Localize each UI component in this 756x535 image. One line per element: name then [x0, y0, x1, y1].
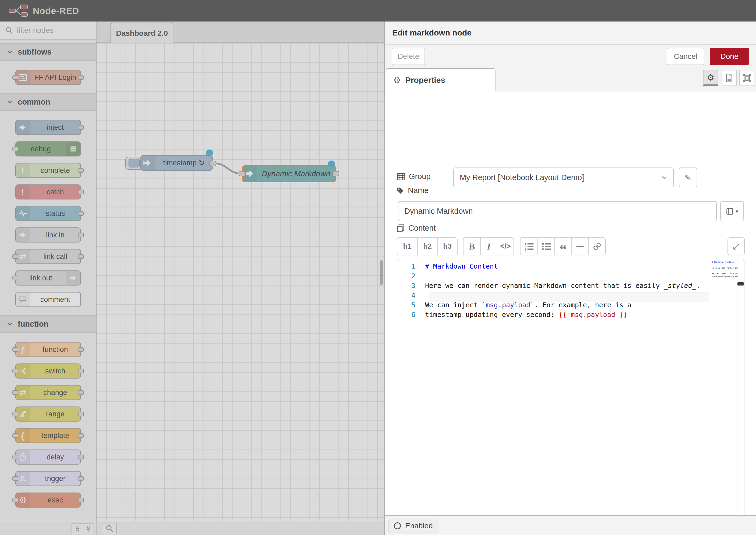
- timestamp-changed-indicator: [206, 150, 213, 156]
- palette-node-delay[interactable]: delay: [15, 449, 81, 465]
- gear-icon: ⚙: [707, 72, 714, 83]
- input-port: [13, 455, 18, 460]
- footer-divider: [96, 521, 97, 535]
- palette-scroll-up-button[interactable]: ≪: [72, 524, 83, 534]
- palette-node-catch[interactable]: !catch: [15, 184, 81, 200]
- flow-canvas[interactable]: timestamp ↻ Dynamic Markdown: [97, 43, 384, 521]
- palette-node-link-in[interactable]: link in: [15, 227, 81, 242]
- palette-node-inject[interactable]: inject: [15, 120, 81, 135]
- palette-section-items-function: ffunctionswitch⇄changerange{templatedela…: [0, 333, 96, 516]
- output-port: [78, 476, 84, 481]
- code-button[interactable]: </>: [497, 238, 514, 255]
- pencil-icon: ✎: [685, 173, 691, 182]
- horizontal-rule-button[interactable]: —: [571, 238, 588, 255]
- markdown-input-port[interactable]: [239, 171, 246, 176]
- output-port: [78, 455, 84, 460]
- palette-node-complete[interactable]: !complete: [15, 163, 81, 178]
- palette-node-exec[interactable]: ⚙exec: [15, 493, 81, 508]
- link-button[interactable]: [588, 238, 605, 255]
- markdown-output-port[interactable]: [332, 171, 339, 176]
- bubble-icon: [16, 293, 30, 306]
- editor-line-3[interactable]: 3Here we can render dynamic Markdown con…: [398, 281, 744, 290]
- output-port: [78, 233, 84, 238]
- unordered-list-button[interactable]: [537, 238, 554, 255]
- group-select[interactable]: My Report [Notebook Layout Demo]: [453, 167, 674, 187]
- palette-node-template[interactable]: {template: [15, 428, 81, 443]
- flow-node-dynamic-markdown[interactable]: Dynamic Markdown: [242, 165, 336, 182]
- palette-section-header-function[interactable]: function: [0, 315, 96, 333]
- palette-node-link-out[interactable]: link out: [15, 270, 81, 286]
- palette-node-link-call[interactable]: ⇄link call: [15, 249, 81, 264]
- editor-line-2[interactable]: 2: [398, 271, 744, 281]
- palette-node-label: complete: [30, 163, 80, 178]
- tab-dashboard-2-0[interactable]: Dashboard 2.0: [110, 23, 173, 43]
- palette-node-comment[interactable]: comment: [15, 292, 81, 307]
- tray-title: Edit markdown node: [392, 28, 472, 37]
- name-input[interactable]: Dynamic Markdown: [398, 201, 717, 221]
- expand-editor-button[interactable]: ⤢: [727, 238, 745, 255]
- description-view-button[interactable]: [722, 70, 737, 86]
- h2-button[interactable]: h2: [417, 238, 437, 255]
- flow-node-timestamp[interactable]: timestamp ↻: [140, 155, 213, 171]
- tag-icon: [397, 187, 404, 194]
- node-palette: filter nodes subflowsFF API Logincommoni…: [0, 21, 97, 521]
- properties-view-button[interactable]: ⚙: [703, 70, 718, 86]
- name-label-options-button[interactable]: ▾: [720, 201, 744, 221]
- palette-node-switch[interactable]: switch: [15, 363, 81, 379]
- node-red-app: Node-RED filter nodes subflowsFF API Log…: [0, 0, 756, 535]
- palette-node-status[interactable]: status: [15, 206, 81, 221]
- palette-node-label: delay: [30, 450, 80, 464]
- palette-node-change[interactable]: ⇄change: [15, 385, 81, 400]
- editor-line-1[interactable]: 1# Markdown Content: [398, 261, 744, 271]
- palette-node-range[interactable]: range: [15, 407, 81, 422]
- palette-node-ff-api-login[interactable]: FF API Login: [15, 70, 81, 85]
- node-enabled-toggle[interactable]: Enabled: [388, 519, 437, 533]
- toolbar-group: BI</>: [463, 238, 514, 255]
- palette-scroll-buttons: ≪ ≪: [71, 523, 94, 534]
- timestamp-output-port[interactable]: [210, 161, 216, 166]
- palette-node-trigger[interactable]: trigger: [15, 471, 81, 486]
- blockquote-button[interactable]: “: [554, 238, 571, 255]
- italic-button[interactable]: I: [480, 238, 497, 255]
- markdown-content-editor[interactable]: 1# Markdown Content23Here we can render …: [398, 259, 744, 535]
- delete-button[interactable]: Delete: [392, 48, 425, 65]
- line-number: 3: [398, 282, 425, 290]
- ordered-list-button[interactable]: 123: [520, 238, 537, 255]
- link-icon: [593, 242, 601, 251]
- cancel-button[interactable]: Cancel: [667, 48, 704, 65]
- tab-properties[interactable]: ⚙ Properties: [386, 68, 495, 91]
- wire-timestamp-to-markdown[interactable]: [97, 43, 384, 521]
- gear-icon: ⚙: [393, 75, 401, 85]
- palette-section-header-subflows[interactable]: subflows: [0, 43, 96, 61]
- appearance-icon: [742, 74, 751, 82]
- h3-button[interactable]: h3: [437, 238, 457, 255]
- editor-line-6[interactable]: 6timestamp updating every second: {{ msg…: [398, 310, 744, 320]
- palette-section-header-common[interactable]: common: [0, 93, 96, 111]
- bold-button[interactable]: B: [463, 238, 480, 255]
- done-button[interactable]: Done: [710, 48, 749, 65]
- palette-scroll-down-button[interactable]: ≪: [83, 524, 94, 534]
- editor-minimap[interactable]: # Markdown ContentHere we can render dyn…: [712, 261, 738, 296]
- canvas-search-button[interactable]: [103, 523, 117, 534]
- palette-filter-input[interactable]: filter nodes: [0, 21, 96, 40]
- palette-node-label: FF API Login: [30, 70, 80, 84]
- editor-line-5[interactable]: 5We can inject `msg.payload`. For exampl…: [398, 300, 744, 310]
- palette-node-debug[interactable]: debug: [15, 141, 81, 156]
- palette-node-label: comment: [30, 293, 80, 306]
- h1-button[interactable]: h1: [397, 238, 417, 255]
- name-label: Name: [397, 186, 429, 195]
- editor-lines: 1# Markdown Content23Here we can render …: [398, 259, 744, 320]
- node-label-dynamic-markdown: Dynamic Markdown: [257, 166, 335, 181]
- palette-node-function[interactable]: ffunction: [15, 342, 81, 357]
- line-number: 6: [398, 311, 425, 319]
- input-port: [13, 390, 18, 395]
- editor-line-4[interactable]: 4: [398, 290, 744, 300]
- book-icon: [726, 207, 733, 215]
- toolbar-group: 123“—: [520, 238, 606, 255]
- editor-overview-ruler[interactable]: [737, 259, 744, 535]
- app-title: Node-RED: [33, 6, 79, 16]
- edit-group-button[interactable]: ✎: [679, 167, 697, 187]
- appearance-view-button[interactable]: [739, 70, 754, 86]
- line-number: 1: [398, 262, 425, 270]
- search-icon: [5, 27, 13, 34]
